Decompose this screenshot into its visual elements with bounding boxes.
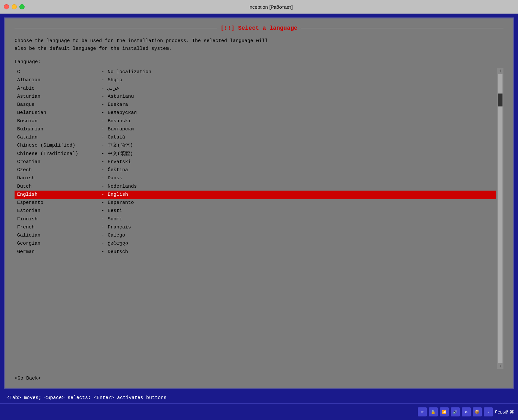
scroll-down-arrow[interactable]: ↓: [499, 364, 502, 368]
status-bar: <Tab> moves; <Space> selects; <Enter> ac…: [0, 392, 518, 403]
lang-row[interactable]: Basque - Euskara: [15, 101, 496, 109]
lang-native: Nederlands: [108, 183, 137, 190]
lang-name: Albanian: [17, 76, 101, 84]
lang-separator: -: [101, 248, 108, 256]
status-text: <Tab> moves; <Space> selects; <Enter> ac…: [6, 395, 167, 401]
lang-row[interactable]: German - Deutsch: [15, 248, 496, 256]
lang-row[interactable]: Chinese (Simplified) - 中文(简体): [15, 141, 496, 149]
lang-row[interactable]: Georgian - ქართული: [15, 239, 496, 248]
lang-separator: -: [101, 101, 108, 108]
taskbar-icon-5[interactable]: ⚙: [462, 407, 471, 416]
lang-row[interactable]: Chinese (Traditional) - 中文(繁體): [15, 150, 496, 158]
scroll-track: [498, 74, 502, 363]
lang-row[interactable]: Arabic - عربي: [15, 84, 496, 93]
title-line-left: [15, 28, 217, 28]
lang-row[interactable]: Finnish - Suomi: [15, 215, 496, 223]
lang-separator: -: [101, 232, 108, 239]
close-button[interactable]: [4, 4, 9, 9]
lang-name: Bosnian: [17, 117, 101, 125]
taskbar-icon-6[interactable]: 📦: [473, 407, 482, 416]
lang-native: Bosanski: [108, 117, 131, 125]
lang-name: Dutch: [17, 183, 101, 190]
lang-row[interactable]: Catalan - Català: [15, 133, 496, 141]
lang-separator: -: [101, 142, 108, 149]
lang-native: Беларуская: [108, 109, 137, 116]
lang-row[interactable]: Esperanto - Esperanto: [15, 199, 496, 207]
lang-name: English: [17, 191, 101, 198]
lang-native: Esperanto: [108, 199, 134, 206]
lang-native: Français: [108, 224, 131, 231]
lang-row[interactable]: Croatian - Hrvatski: [15, 158, 496, 166]
lang-native: Deutsch: [108, 248, 128, 256]
lang-separator: -: [101, 191, 108, 198]
lang-separator: -: [101, 158, 108, 166]
language-list-container: C - No localizationAlbanian - ShqipArabi…: [15, 68, 503, 369]
scrollbar[interactable]: ↑ ↓: [497, 68, 503, 369]
lang-row[interactable]: Czech - Čeština: [15, 166, 496, 174]
lang-native: Български: [108, 126, 134, 133]
lang-name: Chinese (Simplified): [17, 142, 101, 149]
lang-name: Czech: [17, 166, 101, 174]
taskbar-icon-3[interactable]: 📶: [440, 407, 449, 416]
window-title: inception [Работает]: [27, 4, 514, 10]
lang-name: Croatian: [17, 158, 101, 166]
lang-row[interactable]: C - No localization: [15, 68, 496, 76]
lang-name: French: [17, 224, 101, 231]
lang-native: Suomi: [108, 216, 122, 223]
language-list: C - No localizationAlbanian - ShqipArabi…: [15, 68, 496, 369]
minimize-button[interactable]: [12, 4, 17, 9]
lang-name: Asturian: [17, 93, 101, 100]
lang-row[interactable]: Albanian - Shqip: [15, 76, 496, 84]
lang-separator: -: [101, 117, 108, 125]
lang-row[interactable]: French - Français: [15, 223, 496, 231]
lang-row[interactable]: Dutch - Nederlands: [15, 182, 496, 191]
taskbar-icon-4[interactable]: 🔊: [451, 407, 460, 416]
lang-name: Basque: [17, 101, 101, 108]
lang-name: Danish: [17, 174, 101, 182]
lang-native: Asturianu: [108, 93, 134, 100]
lang-native: 中文(繁體): [108, 150, 133, 158]
lang-separator: -: [101, 134, 108, 141]
lang-native: Dansk: [108, 174, 122, 182]
scroll-up-arrow[interactable]: ↑: [499, 69, 502, 73]
go-back-button[interactable]: <Go Back>: [15, 376, 41, 381]
lang-separator: -: [101, 207, 108, 215]
description-text: Choose the language to be used for the i…: [15, 37, 503, 53]
lang-name: Belarusian: [17, 109, 101, 116]
lang-native: No localization: [108, 68, 151, 76]
lang-row[interactable]: Asturian - Asturianu: [15, 93, 496, 101]
lang-row[interactable]: Estonian - Eesti: [15, 207, 496, 215]
taskbar-icon-1[interactable]: ⌨: [418, 407, 427, 416]
lang-separator: -: [101, 166, 108, 174]
lang-row[interactable]: Danish - Dansk: [15, 174, 496, 182]
language-label: Language:: [15, 59, 503, 65]
lang-row[interactable]: Galician - Galego: [15, 231, 496, 239]
lang-separator: -: [101, 76, 108, 84]
lang-name: Galician: [17, 232, 101, 239]
lang-separator: -: [101, 126, 108, 133]
lang-native: Galego: [108, 232, 125, 239]
lang-name: Estonian: [17, 207, 101, 215]
lang-name: Arabic: [17, 85, 101, 92]
lang-native: Català: [108, 134, 125, 141]
lang-name: Bulgarian: [17, 126, 101, 133]
lang-separator: -: [101, 216, 108, 223]
lang-row[interactable]: Belarusian - Беларуская: [15, 109, 496, 117]
lang-native: Eesti: [108, 207, 122, 215]
maximize-button[interactable]: [19, 4, 25, 9]
lang-name: Finnish: [17, 216, 101, 223]
taskbar-text: Левый ⌘: [495, 409, 514, 414]
taskbar-icon-7[interactable]: ↓: [484, 407, 493, 416]
lang-row[interactable]: Bulgarian - Български: [15, 125, 496, 133]
lang-separator: -: [101, 199, 108, 206]
lang-name: Georgian: [17, 240, 101, 247]
lang-separator: -: [101, 68, 108, 76]
lang-separator: -: [101, 174, 108, 182]
lang-native: عربي: [108, 85, 119, 92]
taskbar-icon-2[interactable]: 🔒: [429, 407, 438, 416]
lang-separator: -: [101, 183, 108, 190]
lang-native: 中文(简体): [108, 142, 133, 149]
lang-row[interactable]: Bosnian - Bosanski: [15, 117, 496, 125]
lang-name: Esperanto: [17, 199, 101, 206]
lang-row[interactable]: English - English: [15, 191, 496, 199]
